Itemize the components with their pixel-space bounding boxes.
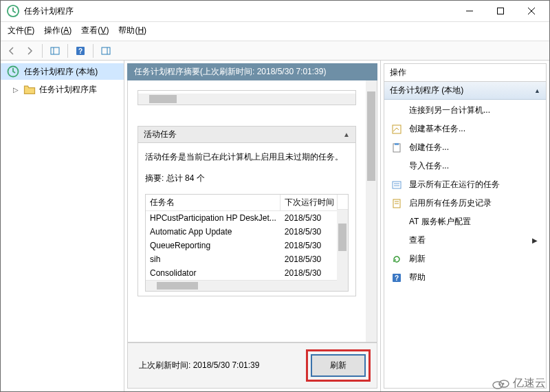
nav-forward-button[interactable] (23, 44, 36, 58)
toolbar-separator (93, 44, 94, 58)
body: 任务计划程序 (本地) ▷ 任务计划程序库 任务计划程序摘要(上次刷新时间: 2… (1, 61, 549, 391)
svg-text:?: ? (78, 47, 82, 55)
maximize-button[interactable] (485, 1, 516, 21)
wizard-icon (391, 124, 402, 135)
close-button[interactable] (516, 1, 547, 21)
cell-name: HPCustParticipation HP DeskJet... (146, 211, 280, 226)
actions-body: 任务计划程序 (本地) ▲ 连接到另一台计算机... 创建基本任务... 创建任… (384, 82, 547, 389)
svg-rect-11 (395, 143, 399, 145)
action-label: 创建任务... (409, 142, 449, 153)
summary-header: 任务计划程序摘要(上次刷新时间: 2018/5/30 7:01:39) (127, 63, 377, 80)
tree-root-node[interactable]: 任务计划程序 (本地) (1, 63, 124, 80)
action-view-submenu[interactable]: 查看▶ (384, 231, 546, 250)
minimize-button[interactable] (454, 1, 485, 21)
active-tasks-header[interactable]: 活动任务 ▲ (138, 126, 356, 143)
blank-icon (391, 105, 402, 116)
action-at-config[interactable]: AT 服务帐户配置 (384, 213, 546, 231)
action-label: 连接到另一台计算机... (409, 105, 490, 116)
table-corner (337, 195, 348, 210)
actions-context-label: 任务计划程序 (本地) (390, 85, 463, 96)
toolbar: ? (1, 41, 549, 61)
menu-file[interactable]: 文件(F) (8, 25, 34, 36)
help-icon: ? (391, 272, 402, 283)
chevron-up-icon[interactable]: ▲ (534, 87, 540, 94)
table-row[interactable]: sih2018/5/30 (146, 252, 348, 266)
titlebar: 任务计划程序 (1, 1, 549, 21)
menubar: 文件(F) 操作(A) 查看(V) 帮助(H) (1, 21, 549, 41)
action-label: 启用所有任务历史记录 (409, 197, 492, 209)
nav-back-button[interactable] (5, 44, 19, 58)
menu-action[interactable]: 操作(A) (44, 25, 72, 36)
actions-context-header: 任务计划程序 (本地) ▲ (384, 82, 546, 100)
scrollbar-thumb[interactable] (149, 95, 177, 103)
action-connect[interactable]: 连接到另一台计算机... (384, 101, 546, 120)
table-row[interactable]: Consolidator2018/5/30 (146, 266, 348, 280)
summary-body: 活动任务 ▲ 活动任务是当前已在此计算机上启用且未过期的任务。 摘要: 总计 8… (127, 80, 377, 342)
chevron-right-icon: ▶ (532, 237, 542, 244)
center-panel: 任务计划程序摘要(上次刷新时间: 2018/5/30 7:01:39) 活动任务… (124, 61, 381, 391)
list-icon (391, 179, 402, 190)
action-label: 刷新 (409, 253, 426, 265)
action-create-task[interactable]: 创建任务... (384, 138, 546, 157)
toolbar-separator (42, 44, 43, 58)
refresh-icon (391, 254, 402, 265)
table-row[interactable]: HPCustParticipation HP DeskJet...2018/5/… (146, 211, 348, 226)
cell-name: sih (146, 252, 280, 266)
toolbar-panes-button[interactable] (48, 44, 62, 58)
tree-expander-icon[interactable]: ▷ (13, 86, 20, 94)
toolbar-separator (67, 44, 68, 58)
toolbar-show-action-pane-button[interactable] (99, 44, 113, 58)
action-label: 显示所有正在运行的任务 (409, 179, 500, 190)
chevron-up-icon: ▲ (343, 131, 350, 138)
tree-library-node[interactable]: ▷ 任务计划程序库 (1, 80, 124, 99)
task-table: 任务名 下次运行时间 HPCustParticipation HP DeskJe… (146, 195, 348, 280)
action-help[interactable]: ?帮助 (384, 268, 546, 287)
toolbar-help-button[interactable]: ? (74, 44, 87, 58)
menu-view[interactable]: 查看(V) (81, 25, 109, 36)
app-icon (6, 4, 20, 18)
watermark-text: 亿速云 (513, 376, 546, 391)
watermark: 亿速云 (491, 376, 546, 391)
svg-point-22 (499, 383, 501, 385)
action-import-task[interactable]: 导入任务... (384, 157, 546, 175)
tree-library-label: 任务计划程序库 (39, 84, 97, 96)
active-tasks-description: 活动任务是当前已在此计算机上启用且未过期的任务。 (145, 151, 349, 163)
active-tasks-section: 活动任务 ▲ 活动任务是当前已在此计算机上启用且未过期的任务。 摘要: 总计 8… (138, 126, 356, 296)
scrollbar-thumb[interactable] (157, 282, 198, 290)
active-tasks-summary: 摘要: 总计 84 个 (145, 173, 349, 184)
cell-name: Automatic App Update (146, 225, 280, 239)
table-row[interactable]: QueueReporting2018/5/30 (146, 239, 348, 252)
menu-help[interactable]: 帮助(H) (118, 25, 146, 36)
action-refresh[interactable]: 刷新 (384, 250, 546, 268)
svg-rect-1 (497, 8, 503, 14)
summary-scroll-area: 活动任务 ▲ 活动任务是当前已在此计算机上启用且未过期的任务。 摘要: 总计 8… (128, 80, 366, 342)
active-tasks-body: 活动任务是当前已在此计算机上启用且未过期的任务。 摘要: 总计 84 个 任务名… (138, 143, 356, 296)
cell-name: QueueReporting (146, 239, 280, 252)
active-tasks-label: 活动任务 (144, 129, 177, 140)
watermark-icon (491, 378, 510, 390)
actions-header: 操作 (384, 63, 547, 82)
action-create-basic-task[interactable]: 创建基本任务... (384, 120, 546, 138)
scrollbar-horizontal[interactable] (146, 280, 337, 291)
action-enable-history[interactable]: 启用所有任务历史记录 (384, 194, 546, 213)
task-table-wrap: 任务名 下次运行时间 HPCustParticipation HP DeskJe… (145, 194, 349, 292)
svg-rect-9 (393, 125, 401, 133)
refresh-button[interactable]: 刷新 (311, 354, 366, 377)
action-label: 查看 (409, 235, 426, 246)
window-title: 任务计划程序 (24, 6, 74, 17)
scrollbar-horizontal[interactable] (138, 94, 355, 105)
svg-text:?: ? (395, 274, 399, 282)
col-task-name[interactable]: 任务名 (146, 195, 280, 211)
svg-rect-12 (393, 182, 401, 188)
history-icon (391, 198, 402, 209)
scrollbar-vertical[interactable] (366, 80, 377, 342)
scrollbar-thumb[interactable] (338, 224, 346, 251)
scrollbar-thumb[interactable] (367, 91, 375, 181)
task-icon (391, 142, 402, 153)
scrollbar-vertical[interactable] (337, 210, 348, 291)
action-show-running[interactable]: 显示所有正在运行的任务 (384, 175, 546, 194)
table-row[interactable]: Automatic App Update2018/5/30 (146, 225, 348, 239)
action-label: 帮助 (409, 272, 426, 283)
svg-rect-6 (102, 47, 110, 54)
svg-point-20 (493, 382, 503, 389)
